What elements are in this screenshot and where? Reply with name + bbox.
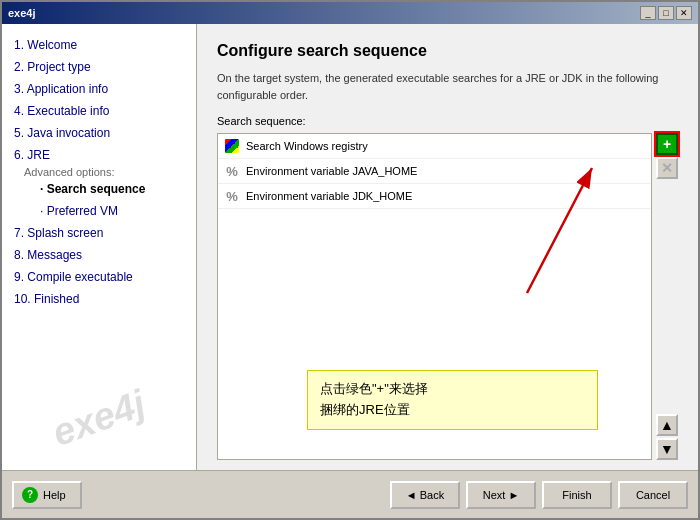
minimize-button[interactable]: _ [640,6,656,20]
window-title: exe4j [8,7,36,19]
list-item-text: Environment variable JAVA_HOME [246,165,417,177]
sidebar-watermark: exe4j [2,365,197,470]
sidebar-item-welcome[interactable]: 1. Welcome [10,34,188,56]
page-description: On the target system, the generated exec… [217,70,678,103]
sidebar-item-splash-screen[interactable]: 7. Splash screen [10,222,188,244]
sidebar-item-compile-exe[interactable]: 9. Compile executable [10,266,188,288]
sidebar-item-exe-info[interactable]: 4. Executable info [10,100,188,122]
add-item-button[interactable]: + [656,133,678,155]
sidebar-advanced-options-label: Advanced options: [10,166,188,178]
bottom-left: ? Help [12,481,82,509]
list-item[interactable]: % Environment variable JAVA_HOME [218,159,651,184]
next-button[interactable]: Next ► [466,481,536,509]
bottom-right: ◄ Back Next ► Finish Cancel [390,481,688,509]
sidebar: 1. Welcome 2. Project type 3. Applicatio… [2,24,197,470]
back-button[interactable]: ◄ Back [390,481,460,509]
sidebar-item-preferred-vm[interactable]: · Preferred VM [10,200,188,222]
remove-item-button[interactable]: ✕ [656,157,678,179]
cancel-button[interactable]: Cancel [618,481,688,509]
sidebar-item-finished[interactable]: 10. Finished [10,288,188,310]
title-bar-controls: _ □ ✕ [640,6,692,20]
search-sequence-label: Search sequence: [217,115,678,127]
windows-icon [224,138,240,154]
percent-icon: % [224,163,240,179]
sidebar-item-project-type[interactable]: 2. Project type [10,56,188,78]
sidebar-item-java-invocation[interactable]: 5. Java invocation [10,122,188,144]
maximize-button[interactable]: □ [658,6,674,20]
percent-icon: % [224,188,240,204]
sidebar-item-search-sequence[interactable]: · Search sequence [10,178,188,200]
move-up-button[interactable]: ▲ [656,414,678,436]
list-item[interactable]: Search Windows registry [218,134,651,159]
help-icon: ? [22,487,38,503]
main-area: 1. Welcome 2. Project type 3. Applicatio… [2,24,698,470]
sidebar-item-app-info[interactable]: 3. Application info [10,78,188,100]
close-button[interactable]: ✕ [676,6,692,20]
sidebar-item-jre[interactable]: 6. JRE [10,144,188,166]
search-sequence-list: Search Windows registry % Environment va… [217,133,652,460]
list-item[interactable]: % Environment variable JDK_HOME [218,184,651,209]
finish-button[interactable]: Finish [542,481,612,509]
help-button[interactable]: ? Help [12,481,82,509]
move-down-button[interactable]: ▼ [656,438,678,460]
page-title: Configure search sequence [217,42,678,60]
list-item-text: Search Windows registry [246,140,368,152]
list-item-text: Environment variable JDK_HOME [246,190,412,202]
bottom-bar: ? Help ◄ Back Next ► Finish Cancel [2,470,698,518]
sidebar-item-messages[interactable]: 8. Messages [10,244,188,266]
content-panel: Configure search sequence On the target … [197,24,698,470]
title-bar: exe4j _ □ ✕ [2,2,698,24]
